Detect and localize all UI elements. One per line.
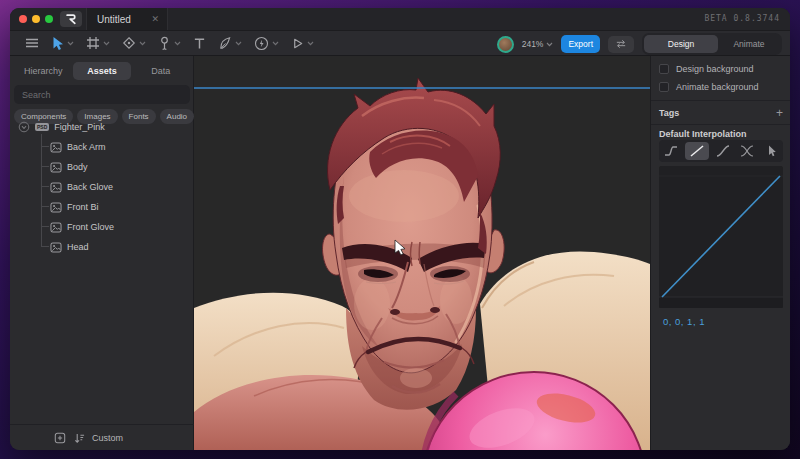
mode-toggle: Design Animate [642,33,782,55]
interpolation-curve-editor[interactable] [659,166,783,308]
tree-connector [41,166,49,167]
interp-cursor-icon [763,144,779,158]
interp-cubic-icon [715,144,731,158]
interpolation-header: Default Interpolation [659,129,747,139]
tree-item-label: Body [67,162,88,172]
expand-chevron-icon[interactable] [18,121,30,133]
tags-row: Tags + [659,106,783,120]
chevron-down-icon [67,41,74,46]
publish-button[interactable] [608,36,634,53]
minimize-window-button[interactable] [32,15,40,23]
tree-root-label: Fighter_Pink [54,122,105,132]
tab-assets[interactable]: Assets [73,62,132,80]
filter-fonts[interactable]: Fonts [122,109,156,124]
shapes-tool-button[interactable] [117,33,151,53]
tab-data[interactable]: Data [131,62,190,80]
add-tag-button[interactable]: + [776,106,783,120]
tree-item-label: Back Glove [67,182,113,192]
interp-cubic-button[interactable] [711,142,735,160]
image-icon [50,242,62,253]
chevron-down-icon [174,41,181,46]
tab-close-icon[interactable]: ✕ [151,14,167,24]
tree-row-head[interactable]: Head [50,238,89,256]
document-tab[interactable]: Untitled ✕ [86,8,168,30]
user-avatar[interactable] [497,36,514,53]
artboard-frame-icon [86,36,100,50]
animate-background-label: Animate background [676,82,759,92]
rive-logo-icon [65,13,77,25]
filter-audio[interactable]: Audio [160,109,194,124]
interp-hold-button[interactable] [659,142,683,160]
canvas-viewport[interactable] [194,56,650,450]
close-window-button[interactable] [19,15,27,23]
search-input[interactable] [14,85,190,104]
desktop: { "titlebar": { "tab_title": "Untitled",… [0,0,800,459]
animate-background-checkbox[interactable] [659,82,669,92]
tree-row-front-bi[interactable]: Front Bi [50,198,99,216]
document-tab-title: Untitled [87,14,151,25]
assets-panel: Hierarchy Assets Data Components Images … [10,56,194,450]
interpolation-values: 0, 0, 1, 1 [663,316,705,327]
beta-version-label: BETA 0.8.3744 [704,14,780,23]
zoom-level-control[interactable]: 241% [522,39,554,49]
play-tool-button[interactable] [286,34,319,53]
custom-order-label[interactable]: Custom [92,433,123,443]
main-menu-button[interactable] [20,34,44,52]
interp-linear-button[interactable] [685,142,709,160]
zoom-level-value: 241% [522,39,544,49]
image-icon [50,142,62,153]
pen-tool-button[interactable] [213,33,247,53]
tree-item-label: Front Glove [67,222,114,232]
select-tool-button[interactable] [46,33,79,54]
app-logo-button[interactable] [60,11,82,27]
text-tool-button[interactable] [188,34,211,53]
events-tool-button[interactable] [249,33,284,54]
design-background-label: Design background [676,64,754,74]
tree-row-root[interactable]: PSD Fighter_Pink [18,118,105,136]
tree-item-label: Head [67,242,89,252]
design-background-checkbox[interactable] [659,64,669,74]
bone-tool-button[interactable] [153,33,186,54]
interp-linear-icon [689,144,705,158]
design-mode-button[interactable]: Design [644,35,718,53]
design-background-row: Design background [659,64,754,74]
fullscreen-window-button[interactable] [45,15,53,23]
tree-row-back-arm[interactable]: Back Arm [50,138,106,156]
swap-arrows-icon [615,39,627,49]
toolbar-right-group: 241% Export Design Animate [497,31,782,57]
toolbar: 241% Export Design Animate [10,30,790,56]
add-square-icon[interactable] [54,432,66,444]
image-icon [50,202,62,213]
interpolation-header-row: Default Interpolation [659,129,747,139]
pen-nib-icon [218,36,232,50]
animate-mode-button[interactable]: Animate [718,35,780,53]
divider [651,124,790,125]
interp-hold-icon [663,144,679,158]
image-icon [50,162,62,173]
interp-custom-button[interactable] [759,142,783,160]
shapes-diamond-icon [122,36,136,50]
chevron-down-icon [272,41,279,46]
tags-header: Tags [659,108,769,118]
tree-connector [41,246,49,247]
tree-row-front-glove[interactable]: Front Glove [50,218,114,236]
chevron-down-icon [139,41,146,46]
tab-hierarchy[interactable]: Hierarchy [14,62,73,80]
animate-background-row: Animate background [659,82,759,92]
character-artwork [194,56,650,450]
tree-row-back-glove[interactable]: Back Glove [50,178,113,196]
tree-row-body[interactable]: Body [50,158,88,176]
tree-connector [41,186,49,187]
inspector-panel: Design background Animate background Tag… [650,56,790,450]
psd-badge: PSD [35,123,49,131]
artboard-tool-button[interactable] [81,33,115,53]
tree-connector [41,146,49,147]
tree-connector [41,226,49,227]
chevron-down-icon [235,41,242,46]
hamburger-menu-icon [25,37,39,49]
export-button[interactable]: Export [561,35,600,53]
chevron-down-icon [546,42,553,47]
interp-elastic-button[interactable] [735,142,759,160]
sort-order-icon[interactable] [74,432,85,444]
bone-icon [158,36,171,51]
